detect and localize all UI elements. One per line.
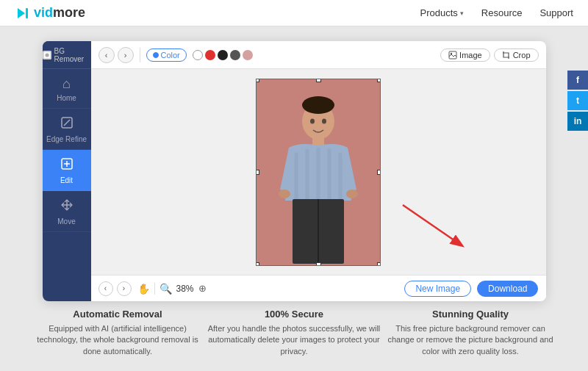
twitter-share-button[interactable]: t [567,91,588,110]
info-title-0: Automatic Removal [29,309,206,320]
nav-products[interactable]: Products ▾ [420,7,464,18]
info-desc-2: This free picture background remover can… [382,323,559,357]
bg-remover-icon [43,50,51,60]
image-preview [257,79,380,265]
resize-handle-tr[interactable] [377,79,381,82]
svg-point-13 [279,190,290,198]
action-buttons: New Image Download [404,281,538,297]
swatch-white[interactable] [193,50,203,60]
bottom-info: Automatic Removal Equipped with AI (arti… [0,301,588,364]
edit-icon [60,157,74,174]
download-button[interactable]: Download [477,281,538,297]
page-prev-button[interactable]: ‹ [98,281,113,296]
swatch-dark-gray[interactable] [230,50,240,60]
sidebar-edit-label: Edit [60,176,73,184]
main-area: f t in BG Remover ⌂ Home [0,26,588,301]
bottom-bar: ‹ › ✋ 🔍 38% ⊕ New Image Download [91,275,546,301]
sidebar: BG Remover ⌂ Home Edge Refine [43,41,91,301]
nav-forward-button[interactable]: › [118,47,134,63]
crop-tool-button[interactable]: Crop [494,48,539,62]
info-desc-1: After you handle the photos successfully… [206,323,382,357]
logo: vidmore [15,5,85,21]
content-area: ‹ › Color [91,41,546,301]
sidebar-header-label: BG Remover [54,47,91,63]
linkedin-share-button[interactable]: in [567,112,588,131]
toolbar-divider-1 [140,48,140,62]
image-icon [448,51,457,60]
resize-handle-bm[interactable] [316,262,321,266]
color-tool-button[interactable]: Color [146,48,187,62]
social-sidebar: f t in [567,71,588,131]
divider [154,283,155,295]
chevron-down-icon: ▾ [460,10,464,17]
crop-icon [502,51,511,60]
svg-point-17 [302,96,334,114]
resize-handle-tm[interactable] [316,79,321,82]
info-title-1: 100% Secure [206,309,382,320]
nav-support[interactable]: Support [539,7,573,18]
page-next-button[interactable]: › [117,281,132,296]
svg-marker-0 [18,8,25,18]
info-desc-0: Equipped with AI (artificial intelligenc… [29,323,206,357]
info-block-2: Stunning Quality This free picture backg… [382,309,559,357]
info-title-2: Stunning Quality [382,309,559,320]
toolbar: ‹ › Color [91,41,546,69]
move-icon [60,198,74,215]
home-icon: ⌂ [62,76,71,92]
logo-icon [15,5,31,21]
sidebar-edge-refine-label: Edge Refine [46,135,87,143]
info-block-1: 100% Secure After you handle the photos … [206,309,382,357]
app-layout: BG Remover ⌂ Home Edge Refine [43,41,546,301]
image-container[interactable] [256,79,381,266]
canvas-area[interactable] [91,69,546,275]
sidebar-home-label: Home [57,94,76,102]
swatch-red[interactable] [205,50,215,60]
svg-point-14 [346,190,358,198]
main-nav: Products ▾ Resource Support [420,7,574,18]
sidebar-item-edge-refine[interactable]: Edge Refine [43,109,91,150]
zoom-in-icon[interactable]: ⊕ [198,283,207,294]
sidebar-header: BG Remover [43,41,91,69]
info-block-0: Automatic Removal Equipped with AI (arti… [29,309,206,357]
svg-line-19 [403,205,462,245]
resize-handle-br[interactable] [377,262,381,266]
sidebar-item-home[interactable]: ⌂ Home [43,69,91,109]
svg-rect-1 [26,8,28,18]
tool-nav: ‹ › [98,47,134,63]
app-window: BG Remover ⌂ Home Edge Refine [43,41,546,301]
swatch-pink[interactable] [243,50,253,60]
resize-handle-lm[interactable] [256,170,259,175]
logo-more: more [53,5,85,20]
zoom-controls: ✋ 🔍 38% ⊕ [137,283,207,295]
sidebar-item-edit[interactable]: Edit [43,150,91,191]
tool-btn-group: Image Crop [440,48,538,62]
image-tool-button[interactable]: Image [440,48,490,62]
svg-point-16 [322,118,326,123]
image-frame [256,79,381,266]
sidebar-item-move[interactable]: Move [43,191,91,232]
color-swatches [193,50,253,60]
header: vidmore Products ▾ Resource Support [0,0,588,26]
resize-handle-tl[interactable] [256,79,259,82]
zoom-value: 38% [176,284,194,294]
facebook-share-button[interactable]: f [567,71,588,90]
arrow-annotation [388,198,484,256]
color-btn-label: Color [161,51,180,60]
logo-text: vidmore [34,5,85,21]
edge-refine-icon [60,116,74,133]
color-dot [153,52,159,58]
resize-handle-bl[interactable] [256,262,259,266]
resize-handle-rm[interactable] [377,170,381,175]
sidebar-move-label: Move [57,217,75,226]
nav-back-button[interactable]: ‹ [98,47,115,63]
logo-vid: vid [34,5,53,20]
page-nav: ‹ › [98,281,132,296]
svg-point-4 [45,53,49,57]
swatch-black[interactable] [218,50,228,60]
person-svg [259,83,377,265]
zoom-out-icon[interactable]: 🔍 [159,283,172,295]
svg-point-15 [310,118,315,123]
new-image-button[interactable]: New Image [404,281,471,297]
nav-resource[interactable]: Resource [481,7,523,18]
hand-tool-icon[interactable]: ✋ [137,283,150,295]
